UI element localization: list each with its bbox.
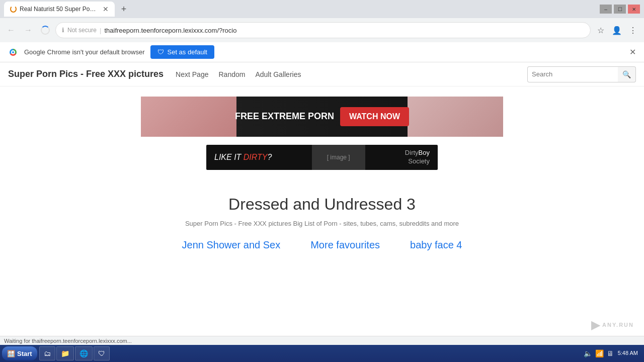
related-link-2[interactable]: More favourites <box>310 239 380 251</box>
start-label: Start <box>17 350 32 357</box>
close-window-button[interactable]: ✕ <box>628 5 640 14</box>
forward-button[interactable]: → <box>21 23 35 37</box>
system-icons: 🔈 📶 🖥 <box>584 349 614 357</box>
adult-galleries-link[interactable]: Adult Galleries <box>255 70 301 78</box>
search-input[interactable] <box>527 66 618 82</box>
taskbar-icon-2: 📁 <box>61 349 69 357</box>
page-title: Dressed and Undressed 3 <box>10 195 634 214</box>
taskbar-item-4[interactable]: 🛡 <box>94 346 110 360</box>
nav-links: Next Page Random Adult Galleries <box>176 70 301 78</box>
account-button[interactable]: 👤 <box>610 23 624 37</box>
loading-spinner <box>41 26 50 35</box>
next-page-link[interactable]: Next Page <box>176 70 208 78</box>
content-area: Dressed and Undressed 3 Super Porn Pics … <box>0 175 644 261</box>
not-secure-label: Not secure <box>67 27 97 34</box>
status-text: Waiting for thaifreeporn.teenforceporn.l… <box>4 338 132 344</box>
search-container: 🔍 <box>527 66 636 82</box>
time-display: 5:48 AM <box>618 349 638 357</box>
url-text: thaifreeporn.teenforceporn.lexixxx.com/?… <box>104 27 236 34</box>
ad-right-image <box>408 97 503 137</box>
ad-left-image <box>141 97 236 137</box>
bookmark-button[interactable]: ☆ <box>594 23 608 37</box>
ad-watch-button[interactable]: WATCH NOW <box>340 107 409 126</box>
status-bar: Waiting for thaifreeporn.teenforceporn.l… <box>0 336 644 345</box>
clock: 5:48 AM <box>618 349 638 357</box>
new-tab-button[interactable]: + <box>117 2 131 16</box>
chrome-inner <box>11 50 15 54</box>
close-notification-button[interactable]: ✕ <box>629 47 636 57</box>
page-subtitle: Super Porn Pics - Free XXX pictures Big … <box>10 220 634 227</box>
back-button[interactable]: ← <box>4 23 18 37</box>
taskbar-item-3[interactable]: 🌐 <box>75 346 93 360</box>
chrome-logo <box>8 47 18 57</box>
set-default-button[interactable]: 🛡 Set as default <box>150 45 214 59</box>
taskbar: 🪟 Start 🗂 📁 🌐 🛡 🔈 📶 🖥 5:48 AM <box>0 345 644 362</box>
taskbar-icon-4: 🛡 <box>98 349 105 357</box>
taskbar-item-1[interactable]: 🗂 <box>39 346 55 360</box>
browser-window: Real Naturist 50 Super Porn Pics - F... … <box>0 0 644 362</box>
url-divider: | <box>100 27 101 34</box>
address-bar: ← → ℹ Not secure | thaifreeporn.teenforc… <box>0 18 644 42</box>
start-icon: 🪟 <box>7 350 15 357</box>
related-link-3[interactable]: baby face 4 <box>410 239 462 251</box>
site-title: Super Porn Pics - Free XXX pictures <box>8 69 164 79</box>
window-controls: – ☐ ✕ <box>600 5 640 14</box>
site-navigation: Super Porn Pics - Free XXX pictures Next… <box>0 62 644 86</box>
ad-banner-1[interactable]: FREE EXTREME PORN WATCH NOW <box>141 97 503 137</box>
close-tab-button[interactable]: ✕ <box>103 5 109 13</box>
set-default-label: Set as default <box>167 48 207 56</box>
tab-loading-indicator <box>10 6 17 13</box>
maximize-button[interactable]: ☐ <box>614 5 626 14</box>
minimize-button[interactable]: – <box>600 5 612 14</box>
ad-dirty-text: LIKE IT DIRTY? <box>214 153 272 162</box>
browser-tab[interactable]: Real Naturist 50 Super Porn Pics - F... … <box>4 2 115 17</box>
taskbar-icon-3: 🌐 <box>79 349 88 357</box>
related-link-1[interactable]: Jenn Shower and Sex <box>182 239 281 251</box>
ad-center: FREE EXTREME PORN WATCH NOW <box>235 107 409 126</box>
ad-text: FREE EXTREME PORN <box>235 111 334 122</box>
taskbar-item-2[interactable]: 📁 <box>56 346 74 360</box>
ads-area: FREE EXTREME PORN WATCH NOW LIKE IT DIRT… <box>0 86 644 175</box>
start-button[interactable]: 🪟 Start <box>2 346 37 360</box>
taskbar-items: 🗂 📁 🌐 🛡 <box>39 346 110 360</box>
ad-people-image: [ image ] <box>312 145 365 170</box>
volume-icon: 📶 <box>595 349 604 357</box>
tab-title: Real Naturist 50 Super Porn Pics - F... <box>20 6 98 13</box>
page-content: Super Porn Pics - Free XXX pictures Next… <box>0 62 644 362</box>
ad-image-placeholder: [ image ] <box>327 154 350 161</box>
related-links: Jenn Shower and Sex More favourites baby… <box>10 239 634 251</box>
ad-banner-2[interactable]: LIKE IT DIRTY? [ image ] DirtyBoySociety <box>206 145 438 170</box>
taskbar-icon-1: 🗂 <box>44 349 51 357</box>
network-icon: 🔈 <box>584 349 592 357</box>
url-bar[interactable]: ℹ Not secure | thaifreeporn.teenforcepor… <box>55 22 591 38</box>
security-icon: ℹ <box>62 27 64 34</box>
shield-icon: 🛡 <box>157 48 164 56</box>
notification-text: Google Chrome isn't your default browser <box>24 48 144 56</box>
random-link[interactable]: Random <box>218 70 245 78</box>
toolbar-icons: ☆ 👤 ⋮ <box>594 23 640 37</box>
battery-icon: 🖥 <box>607 349 614 357</box>
ad-brand: DirtyBoySociety <box>405 149 430 166</box>
watermark: ▶ ANY.RUN <box>591 318 634 332</box>
chrome-notification-bar: Google Chrome isn't your default browser… <box>0 42 644 62</box>
reload-button[interactable] <box>38 23 52 37</box>
title-bar: Real Naturist 50 Super Porn Pics - F... … <box>0 0 644 18</box>
taskbar-right: 🔈 📶 🖥 5:48 AM <box>584 349 642 357</box>
search-button[interactable]: 🔍 <box>618 66 636 82</box>
menu-button[interactable]: ⋮ <box>626 23 640 37</box>
